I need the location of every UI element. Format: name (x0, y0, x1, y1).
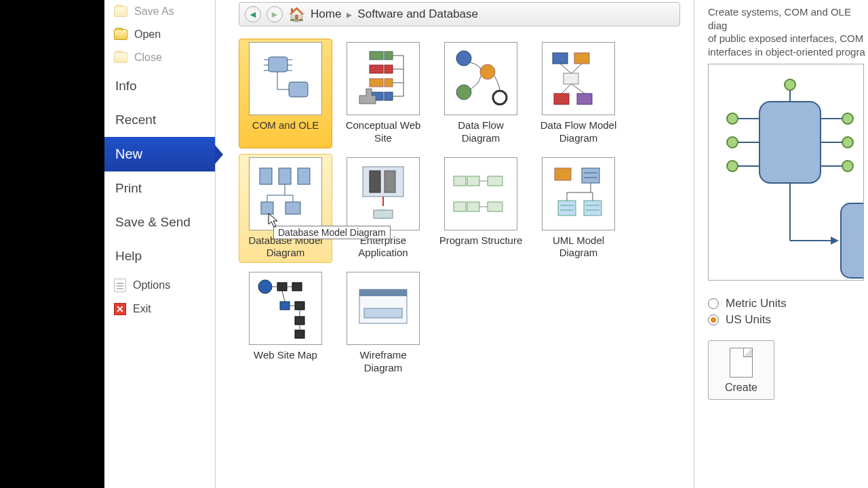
menu-print[interactable]: Print (104, 171, 215, 205)
svg-point-26 (493, 91, 507, 104)
svg-rect-88 (364, 308, 402, 318)
nav-back-button[interactable]: ◄ (245, 6, 261, 22)
template-list: COM and OLE Conceptual Web Site (239, 39, 680, 378)
preview-image (708, 64, 864, 281)
svg-point-96 (727, 161, 738, 171)
template-com-ole-label: COM and OLE (252, 119, 319, 132)
svg-rect-106 (841, 203, 864, 278)
template-db-model[interactable]: Database Model Diagram Database Model Di… (239, 154, 332, 264)
svg-rect-63 (558, 201, 576, 216)
svg-rect-12 (370, 65, 383, 73)
menu-close: Close (104, 46, 215, 69)
radio-metric[interactable]: Metric Units (708, 297, 868, 310)
svg-rect-75 (292, 283, 302, 291)
menu-help[interactable]: Help (104, 239, 215, 273)
template-data-flow[interactable]: Data Flow Diagram (434, 39, 528, 148)
svg-rect-38 (298, 168, 310, 184)
svg-point-94 (727, 137, 738, 148)
svg-point-98 (842, 113, 853, 124)
svg-point-73 (258, 280, 272, 293)
svg-line-32 (560, 64, 571, 73)
svg-rect-60 (582, 168, 599, 183)
svg-rect-28 (574, 53, 589, 64)
svg-point-102 (842, 161, 853, 171)
create-button[interactable]: Create (708, 340, 774, 400)
svg-line-82 (282, 291, 285, 302)
template-dfmodel-label: Data Flow Model Diagram (535, 119, 622, 145)
template-com-ole[interactable]: COM and OLE (239, 39, 332, 148)
menu-open[interactable]: Open (104, 23, 215, 46)
breadcrumb-sep: ▸ (347, 8, 352, 21)
template-conceptual-web[interactable]: Conceptual Web Site (336, 39, 430, 148)
menu-info-label: Info (115, 79, 137, 94)
svg-rect-89 (760, 102, 821, 183)
template-webmap-label: Web Site Map (254, 349, 317, 362)
menu-close-label: Close (134, 52, 162, 64)
save-as-icon (114, 6, 127, 17)
options-icon (114, 279, 126, 292)
template-wireframe-thumb (347, 272, 420, 345)
svg-rect-40 (285, 202, 300, 214)
template-uml-label: UML Model Diagram (535, 235, 622, 260)
template-uml-model[interactable]: UML Model Diagram (532, 154, 625, 264)
folder-open-icon (114, 29, 127, 40)
menu-options[interactable]: Options (104, 273, 215, 298)
breadcrumb-home[interactable]: Home (311, 7, 341, 21)
svg-rect-55 (467, 202, 479, 211)
breadcrumb: ◄ ► 🏠 Home ▸ Software and Database (239, 2, 680, 26)
template-conceptual-thumb (347, 42, 420, 115)
svg-rect-15 (384, 79, 393, 87)
menu-recent-label: Recent (115, 113, 156, 127)
menu-info[interactable]: Info (104, 69, 215, 103)
svg-line-34 (561, 84, 571, 94)
menu-exit-label: Exit (133, 303, 151, 315)
svg-rect-77 (295, 302, 304, 310)
svg-rect-14 (370, 79, 383, 87)
svg-point-90 (785, 79, 795, 90)
template-program-structure[interactable]: Program Structure (434, 154, 528, 264)
template-uml-thumb (542, 157, 615, 230)
svg-line-35 (572, 84, 585, 94)
svg-rect-29 (564, 73, 578, 84)
svg-rect-74 (277, 283, 287, 291)
home-icon[interactable]: 🏠 (288, 6, 305, 22)
template-program-label: Program Structure (439, 235, 523, 247)
template-enterprise[interactable]: Enterprise Application (336, 154, 430, 264)
svg-rect-37 (279, 168, 291, 184)
template-enterprise-thumb (347, 157, 420, 230)
radio-us[interactable]: US Units (708, 313, 868, 327)
svg-rect-11 (384, 52, 393, 60)
template-gallery: ◄ ► 🏠 Home ▸ Software and Database (216, 0, 694, 488)
template-web-site-map[interactable]: Web Site Map (239, 268, 332, 378)
svg-point-100 (842, 137, 853, 148)
menu-print-label: Print (115, 181, 142, 196)
svg-rect-54 (454, 202, 466, 211)
create-label: Create (725, 382, 757, 394)
menu-help-label: Help (115, 249, 142, 264)
template-wireframe-label: Wireframe Diagram (340, 349, 427, 375)
template-data-flow-model[interactable]: Data Flow Model Diagram (532, 39, 625, 148)
nav-forward-button[interactable]: ► (267, 6, 283, 22)
svg-rect-51 (454, 176, 466, 186)
page-icon (730, 348, 753, 378)
menu-new-label: New (115, 146, 142, 162)
black-margin (0, 0, 104, 488)
radio-us-label: US Units (726, 313, 771, 327)
menu-recent[interactable]: Recent (104, 103, 215, 137)
menu-save-send[interactable]: Save & Send (104, 205, 215, 239)
svg-rect-0 (269, 57, 288, 72)
menu-exit[interactable]: ✕ Exit (104, 298, 215, 321)
menu-new[interactable]: New (104, 137, 215, 171)
svg-rect-47 (384, 171, 395, 192)
svg-rect-1 (289, 82, 308, 97)
folder-close-icon (114, 52, 127, 63)
svg-rect-45 (363, 167, 403, 197)
template-wireframe[interactable]: Wireframe Diagram (336, 268, 430, 378)
radio-metric-label: Metric Units (726, 297, 787, 310)
breadcrumb-category[interactable]: Software and Database (357, 7, 478, 21)
svg-rect-39 (261, 202, 273, 214)
template-data-flow-thumb (444, 42, 517, 115)
menu-save-as-label: Save As (134, 5, 174, 18)
svg-rect-31 (577, 94, 592, 104)
svg-rect-66 (584, 201, 601, 216)
